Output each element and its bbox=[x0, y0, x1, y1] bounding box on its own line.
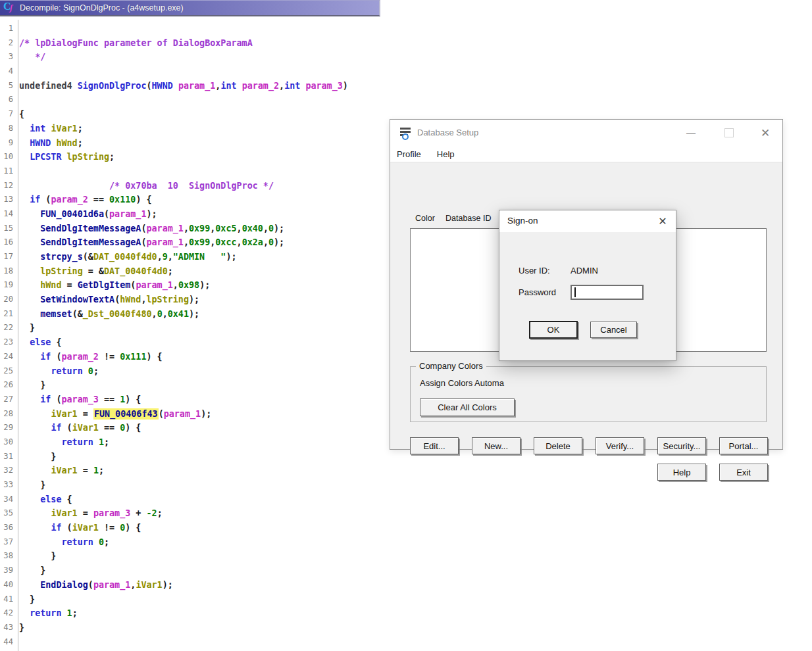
line-number: 18 bbox=[0, 264, 13, 279]
text-caret bbox=[574, 287, 576, 297]
company-colors-group: Company Colors Assign Colors Automa Clea… bbox=[410, 366, 767, 422]
code-line: return 1; bbox=[19, 435, 391, 450]
exit-button[interactable]: Exit bbox=[719, 464, 768, 481]
verify-button[interactable]: Verify... bbox=[596, 437, 644, 454]
line-number: 8 bbox=[0, 122, 13, 136]
cancel-button[interactable]: Cancel bbox=[590, 322, 637, 338]
menu-profile[interactable]: Profile bbox=[397, 149, 421, 159]
line-number: 39 bbox=[0, 564, 13, 578]
maximize-button[interactable] bbox=[718, 120, 740, 146]
new-button[interactable]: New... bbox=[472, 437, 520, 454]
line-number-gutter: 1234567891011121314151617181920212223242… bbox=[0, 22, 13, 649]
signon-close-button[interactable]: ✕ bbox=[649, 210, 676, 232]
code-line: FUN_00401d6a(param_1); bbox=[19, 207, 391, 222]
line-number: 17 bbox=[0, 250, 13, 264]
security-button[interactable]: Security... bbox=[657, 437, 706, 454]
line-number: 43 bbox=[0, 621, 13, 635]
code-line: else { bbox=[19, 493, 391, 507]
help-button[interactable]: Help bbox=[657, 464, 706, 481]
code-line: } bbox=[19, 378, 391, 393]
maximize-icon bbox=[724, 128, 734, 137]
code-line: /* 0x70ba 10 SignOnDlgProc */ bbox=[19, 179, 391, 193]
line-number: 31 bbox=[0, 450, 13, 464]
line-number: 24 bbox=[0, 350, 13, 364]
line-number: 20 bbox=[0, 293, 13, 307]
code-line: HWND hWnd; bbox=[19, 136, 391, 151]
password-label: Password bbox=[519, 287, 556, 297]
line-number: 16 bbox=[0, 235, 13, 250]
code-line: if (iVar1 != 0) { bbox=[19, 521, 391, 535]
line-number: 38 bbox=[0, 549, 13, 564]
line-number: 35 bbox=[0, 506, 13, 521]
code-line: return 0; bbox=[19, 535, 391, 550]
code-line bbox=[19, 93, 391, 107]
code-line: return 0; bbox=[19, 364, 391, 379]
code-line: } bbox=[19, 450, 391, 464]
code-line: undefined4 SignOnDlgProc(HWND param_1,in… bbox=[19, 79, 391, 93]
user-id-value: ADMIN bbox=[571, 266, 598, 276]
code-line: LPCSTR lpString; bbox=[19, 150, 391, 164]
line-number: 7 bbox=[0, 107, 13, 122]
database-setup-app-icon bbox=[400, 128, 412, 138]
line-number: 2 bbox=[0, 36, 13, 51]
line-number: 15 bbox=[0, 222, 13, 236]
line-number: 28 bbox=[0, 407, 13, 422]
password-input[interactable] bbox=[571, 285, 644, 300]
code-line: } bbox=[19, 621, 391, 635]
clear-all-colors-button[interactable]: Clear All Colors bbox=[420, 398, 515, 416]
signon-dialog: Sign-on ✕ User ID: ADMIN Password OK Can… bbox=[499, 210, 676, 361]
line-number: 36 bbox=[0, 521, 13, 535]
code-line: EndDialog(param_1,iVar1); bbox=[19, 578, 391, 592]
line-number: 10 bbox=[0, 150, 13, 164]
db-titlebar[interactable]: Database Setup — ✕ bbox=[390, 120, 782, 146]
db-close-button[interactable]: ✕ bbox=[754, 120, 776, 146]
line-number: 12 bbox=[0, 179, 13, 193]
column-header-database-id[interactable]: Database ID bbox=[445, 214, 491, 223]
line-number: 42 bbox=[0, 606, 13, 621]
column-header-color[interactable]: Color bbox=[415, 214, 435, 223]
line-number: 19 bbox=[0, 278, 13, 293]
line-number: 37 bbox=[0, 535, 13, 550]
delete-button[interactable]: Delete bbox=[534, 437, 582, 454]
code-line: SendDlgItemMessageA(param_1,0x99,0xc5,0x… bbox=[19, 222, 391, 236]
code-line bbox=[19, 164, 391, 179]
assign-colors-label: Assign Colors Automa bbox=[420, 378, 504, 388]
line-number: 5 bbox=[0, 79, 13, 93]
portal-button[interactable]: Portal... bbox=[719, 437, 768, 454]
line-number: 9 bbox=[0, 136, 13, 151]
decompiler-icon-integral: ʃ bbox=[10, 3, 13, 13]
code-line bbox=[19, 22, 391, 36]
code-line: /* lpDialogFunc parameter of DialogBoxPa… bbox=[19, 36, 391, 51]
code-line: return 1; bbox=[19, 606, 391, 621]
user-id-label: User ID: bbox=[519, 266, 550, 276]
menu-help[interactable]: Help bbox=[437, 149, 455, 159]
line-number: 3 bbox=[0, 50, 13, 64]
line-number: 27 bbox=[0, 393, 13, 407]
code-line: iVar1 = FUN_00406f43(param_1); bbox=[19, 407, 391, 422]
line-number: 21 bbox=[0, 307, 13, 322]
code-line: */ bbox=[19, 50, 391, 64]
signon-titlebar[interactable]: Sign-on ✕ bbox=[499, 210, 676, 232]
code-line: if (param_2 != 0x111) { bbox=[19, 350, 391, 364]
decompile-window-title: Decompile: SignOnDlgProc - (a4wsetup.exe… bbox=[20, 3, 184, 12]
code-line: } bbox=[19, 549, 391, 564]
code-line: } bbox=[19, 321, 391, 335]
decompiled-code[interactable]: /* lpDialogFunc parameter of DialogBoxPa… bbox=[19, 22, 391, 649]
code-line: } bbox=[19, 592, 391, 607]
code-line: SendDlgItemMessageA(param_1,0x99,0xcc,0x… bbox=[19, 235, 391, 250]
line-number: 22 bbox=[0, 321, 13, 335]
db-window-title: Database Setup bbox=[417, 128, 478, 137]
line-number: 1 bbox=[0, 22, 13, 36]
ok-button[interactable]: OK bbox=[529, 321, 578, 339]
line-number: 33 bbox=[0, 478, 13, 493]
code-line: if (param_3 == 1) { bbox=[19, 393, 391, 407]
minimize-button[interactable]: — bbox=[680, 120, 702, 146]
code-line: hWnd = GetDlgItem(param_1,0x98); bbox=[19, 278, 391, 293]
edit-button[interactable]: Edit... bbox=[410, 437, 459, 454]
line-number: 11 bbox=[0, 164, 13, 179]
line-number: 13 bbox=[0, 193, 13, 207]
line-number: 26 bbox=[0, 378, 13, 393]
gutter-divider bbox=[18, 20, 18, 651]
decompile-titlebar[interactable]: C ʃ Decompile: SignOnDlgProc - (a4wsetup… bbox=[0, 0, 380, 16]
line-number: 44 bbox=[0, 635, 13, 650]
